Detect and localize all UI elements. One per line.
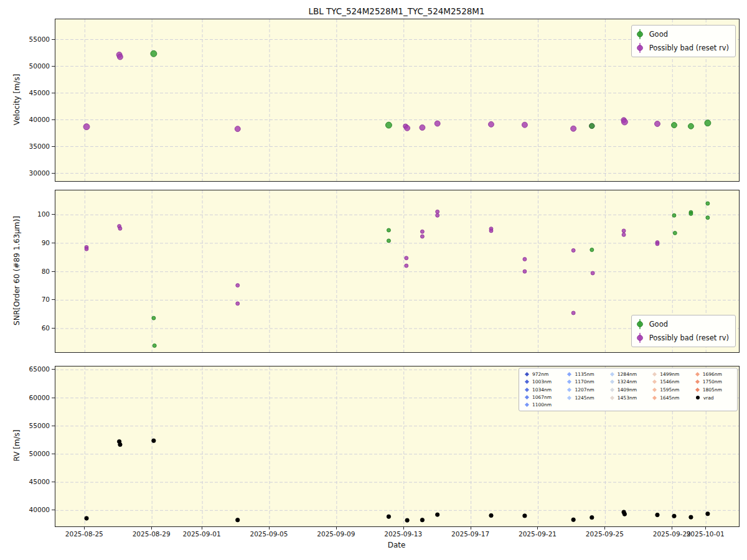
rv-data-point-vrad xyxy=(571,518,575,521)
wavelength-diamond-icon xyxy=(567,388,571,392)
legend-entry-label: Good xyxy=(649,320,668,329)
xtick-mark xyxy=(84,526,85,530)
wavelength-diamond-icon xyxy=(610,380,614,384)
wavelength-diamond-icon xyxy=(525,372,529,376)
wavelength-diamond-icon xyxy=(567,380,571,384)
wavelength-legend-entry: 1595nm xyxy=(649,386,692,394)
wavelength-label: 1499nm xyxy=(660,371,679,377)
wavelength-label: 972nm xyxy=(532,371,548,377)
snr-data-point-bad xyxy=(236,302,240,306)
rv-data-point-vrad xyxy=(152,439,156,442)
xtick-mark xyxy=(471,526,471,530)
wavelength-label: 1284nm xyxy=(618,371,637,377)
snr-data-point-bad xyxy=(523,269,527,273)
legend-entry-good: Good xyxy=(636,29,729,40)
velocity-data-point-bad xyxy=(83,124,90,130)
wavelength-diamond-icon xyxy=(652,388,657,392)
velocity-data-point-bad xyxy=(405,125,410,131)
rv-data-point-vrad xyxy=(420,518,424,521)
wavelength-diamond-icon xyxy=(525,380,529,384)
wavelength-label: 1409nm xyxy=(618,387,637,393)
snr-legend: GoodPossibly bad (reset rv) xyxy=(631,315,736,347)
wavelength-label: 1207nm xyxy=(575,387,594,393)
wavelength-diamond-icon xyxy=(525,387,529,391)
rv-axis-label: RV [m/s] xyxy=(12,429,21,461)
snr-data-point-bad xyxy=(655,242,659,246)
rv-data-point-vrad xyxy=(405,518,409,522)
wavelength-legend-entry: 1003nm xyxy=(522,378,564,385)
wavelength-legend-column: 1284nm1324nm1409nm1453nm xyxy=(607,370,649,409)
velocity-ytick-mark xyxy=(52,146,55,147)
possibly-bad-marker-icon xyxy=(636,42,644,54)
wavelength-label: 1034nm xyxy=(532,387,552,393)
rv-data-point-vrad xyxy=(85,516,88,520)
wavelength-label: 1170nm xyxy=(575,379,594,385)
xtick-label: 2025-09-05 xyxy=(250,530,288,538)
wavelength-legend-entry: 1170nm xyxy=(564,378,606,386)
wavelength-diamond-icon xyxy=(525,403,529,407)
velocity-data-point-bad xyxy=(488,121,494,127)
snr-ytick-mark xyxy=(52,299,55,300)
snr-ytick-mark xyxy=(52,243,55,243)
velocity-data-point-good xyxy=(688,123,693,129)
velocity-data-point-bad xyxy=(654,121,660,126)
wavelength-label: 1003nm xyxy=(532,379,552,385)
xtick-label: 2025-08-25 xyxy=(65,530,103,538)
xtick-mark xyxy=(336,526,337,530)
wavelength-legend-entry: 1409nm xyxy=(607,386,649,394)
wavelength-legend-column: 972nm1003nm1034nm1067nm1100nm xyxy=(522,370,564,409)
rv-ytick-mark xyxy=(52,369,55,370)
rv-data-point-vrad xyxy=(622,512,626,516)
marker-dot xyxy=(637,322,642,327)
wavelength-label: 1750nm xyxy=(703,379,722,385)
rv-ytick-label: 40000 xyxy=(29,506,50,513)
wavelength-label: 1595nm xyxy=(660,387,679,393)
xtick-label: 2025-09-13 xyxy=(384,530,422,538)
wavelength-legend-entry: 1100nm xyxy=(522,401,564,409)
rv-data-point-vrad xyxy=(118,442,122,446)
rv-ytick-label: 60000 xyxy=(29,394,50,401)
velocity-axis-label: Velocity [m/s] xyxy=(12,74,21,125)
xtick-label: 2025-10-01 xyxy=(687,530,725,538)
wavelength-diamond-icon xyxy=(610,372,614,376)
wavelength-label: 1245nm xyxy=(575,395,594,401)
legend-entry-bad: Possibly bad (reset rv) xyxy=(636,332,729,343)
wavelength-label: 1546nm xyxy=(660,379,679,385)
snr-ytick-label: 70 xyxy=(42,296,50,303)
rv-ytick-label: 65000 xyxy=(29,365,50,373)
wavelength-legend-entry: 1284nm xyxy=(607,370,649,378)
snr-ytick-label: 80 xyxy=(42,268,50,275)
rv-ytick-mark xyxy=(52,426,55,426)
snr-data-point-bad xyxy=(420,235,424,238)
rv-data-point-vrad xyxy=(689,515,693,519)
wavelength-legend-entry: 1135nm xyxy=(564,370,606,378)
chart-title: LBL TYC_524M2528M1_TYC_524M2528M1 xyxy=(308,6,484,16)
wavelength-diamond-icon xyxy=(695,380,700,384)
xtick-label: 2025-09-21 xyxy=(519,530,557,538)
velocity-data-point-good xyxy=(705,120,711,126)
xtick-mark xyxy=(202,526,202,530)
wavelength-diamond-icon xyxy=(567,396,571,400)
legend-entry-good: Good xyxy=(636,319,729,330)
wavelength-legend-column: 1499nm1546nm1595nm1645nm xyxy=(649,370,692,409)
velocity-data-point-good xyxy=(671,123,677,128)
wavelength-diamond-icon xyxy=(525,395,529,399)
xtick-label: 2025-09-25 xyxy=(586,530,624,538)
snr-ytick-mark xyxy=(52,214,55,215)
snr-data-point-good xyxy=(387,239,390,243)
rv-ytick-mark xyxy=(52,398,55,398)
rv-ytick-mark xyxy=(52,454,55,454)
x-axis-label: Date xyxy=(388,541,406,549)
xtick-label: 2025-09-09 xyxy=(317,530,355,538)
wavelength-legend-entry: 972nm xyxy=(522,370,564,378)
possibly-bad-marker-icon xyxy=(636,332,644,343)
rv-data-point-vrad xyxy=(435,513,439,516)
velocity-data-point-good xyxy=(590,123,594,128)
wavelength-diamond-icon xyxy=(652,380,657,384)
wavelength-label: 1324nm xyxy=(618,379,637,385)
rv-data-point-vrad xyxy=(387,515,390,518)
wavelength-legend-entry: 1324nm xyxy=(607,378,649,386)
velocity-ytick-label: 30000 xyxy=(29,169,50,177)
xtick-mark xyxy=(403,526,404,530)
snr-data-point-bad xyxy=(236,284,240,287)
